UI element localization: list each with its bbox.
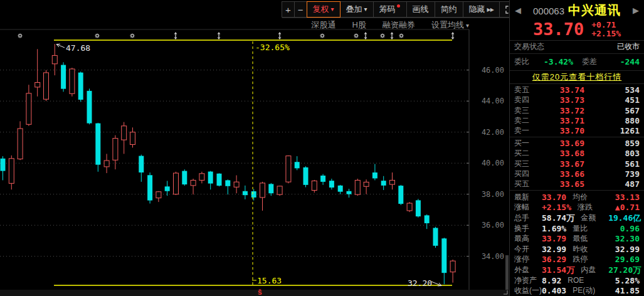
event-marker-icon[interactable] (218, 32, 221, 40)
ask-price: 33.71 (534, 116, 584, 125)
candle[interactable] (18, 129, 23, 159)
candle[interactable] (416, 200, 421, 216)
candle[interactable] (372, 172, 377, 178)
level2-promo-link[interactable]: 仅需20元查看十档行情 (532, 71, 621, 83)
stat-value: ▲0.71 (605, 203, 640, 212)
bid-label: 买二 (514, 148, 534, 159)
event-marker-icon[interactable] (364, 32, 367, 40)
prev-stock-icon[interactable]: ◀ (514, 6, 522, 15)
candle[interactable] (441, 238, 446, 273)
promo-row: 仅需20元查看十档行情 (510, 71, 644, 85)
candle[interactable] (95, 124, 100, 165)
candle[interactable] (381, 181, 386, 186)
candle[interactable] (9, 159, 14, 184)
dividend-marker-icon[interactable] (320, 34, 325, 38)
candle[interactable] (286, 156, 291, 182)
bid-row[interactable]: 买一33.69859 (510, 138, 644, 148)
candle[interactable] (70, 69, 75, 93)
stat-value: 58.74万 (542, 213, 574, 224)
dividend-marker-icon[interactable] (354, 34, 359, 38)
candle[interactable] (260, 183, 265, 198)
dividend-marker-icon[interactable] (18, 34, 23, 38)
candle[interactable] (165, 186, 170, 191)
kline-chart[interactable]: 46.0044.0042.0040.0038.0036.0034.00-32.6… (0, 0, 509, 296)
candle[interactable] (26, 93, 31, 125)
event-marker-icon[interactable] (391, 32, 394, 40)
dividend-marker-icon[interactable] (381, 34, 385, 38)
candle[interactable] (113, 139, 118, 161)
ask-row[interactable]: 卖一33.701261 (510, 126, 644, 136)
bid-row[interactable]: 买五33.65487 (510, 179, 644, 189)
candle[interactable] (174, 173, 179, 194)
candle[interactable] (139, 156, 144, 172)
event-marker-icon[interactable] (451, 32, 455, 40)
candle[interactable] (277, 186, 282, 194)
bid-volume: 859 (584, 139, 640, 148)
candle[interactable] (122, 126, 127, 140)
dividend-marker-icon[interactable] (130, 34, 135, 38)
candle[interactable] (87, 91, 92, 124)
candle[interactable] (147, 175, 152, 200)
candle[interactable] (234, 182, 239, 187)
candle[interactable] (450, 261, 455, 272)
candle[interactable] (398, 186, 403, 204)
candle[interactable] (433, 228, 438, 245)
y-axis-label: 40.00 (482, 159, 504, 167)
low-price-annotation: 32.20 (408, 278, 432, 288)
measure-percent-label: -32.65% (255, 43, 290, 52)
candle[interactable] (104, 161, 109, 167)
candle[interactable] (390, 180, 395, 184)
stat-row: 最高33.79最低32.30 (510, 233, 644, 244)
toolbar-button-fuquan[interactable]: 复权▾ (307, 1, 340, 18)
candle[interactable] (217, 174, 222, 186)
ex-dividend-marker[interactable]: ŝ (258, 288, 262, 296)
candle[interactable] (312, 181, 317, 190)
candle[interactable] (225, 180, 230, 186)
ask-row[interactable]: 卖三33.72567 (510, 105, 644, 115)
candle[interactable] (156, 192, 161, 198)
stat-value: 36.29 (542, 255, 566, 264)
candle[interactable] (130, 132, 135, 145)
candle[interactable] (304, 167, 309, 185)
bid-row[interactable]: 买二33.68803 (510, 148, 644, 158)
candle[interactable] (243, 191, 248, 195)
next-stock-icon[interactable]: ▶ (631, 6, 640, 15)
event-marker-icon[interactable] (278, 32, 282, 40)
candle[interactable] (52, 55, 57, 63)
last-price: 33.70 (533, 21, 584, 38)
ask-volume: 880 (584, 116, 640, 125)
candle[interactable] (347, 191, 352, 194)
event-marker-icon[interactable] (174, 32, 177, 40)
ask-label: 卖三 (514, 105, 534, 116)
ask-row[interactable]: 卖四33.73451 (510, 95, 644, 105)
candle[interactable] (199, 174, 204, 181)
candle[interactable] (364, 182, 369, 186)
stat-value: 32.30 (600, 234, 640, 243)
candle[interactable] (268, 184, 273, 193)
candle[interactable] (295, 162, 300, 168)
candle[interactable] (425, 215, 430, 223)
candle[interactable] (61, 65, 66, 89)
candle[interactable] (338, 186, 343, 192)
candle[interactable] (35, 83, 40, 87)
bid-price: 33.68 (534, 149, 584, 158)
candle[interactable] (355, 180, 360, 194)
ask-row[interactable]: 卖五33.74534 (510, 85, 644, 95)
candle[interactable] (191, 180, 196, 185)
candle[interactable] (251, 191, 256, 198)
bid-row[interactable]: 买三33.67561 (510, 159, 644, 169)
bid-row[interactable]: 买四33.66739 (510, 169, 644, 179)
dividend-marker-icon[interactable] (95, 34, 100, 38)
candle[interactable] (44, 73, 49, 99)
ask-row[interactable]: 卖二33.71880 (510, 115, 644, 125)
candle[interactable] (1, 159, 6, 171)
candle[interactable] (407, 203, 412, 211)
chart-scrollbar[interactable] (505, 255, 509, 290)
candle[interactable] (329, 181, 334, 188)
candle[interactable] (208, 172, 213, 184)
candle[interactable] (78, 73, 83, 100)
bid-volume: 739 (584, 169, 640, 179)
candle[interactable] (182, 171, 187, 185)
candle[interactable] (320, 176, 325, 182)
dividend-marker-icon[interactable] (399, 34, 404, 38)
